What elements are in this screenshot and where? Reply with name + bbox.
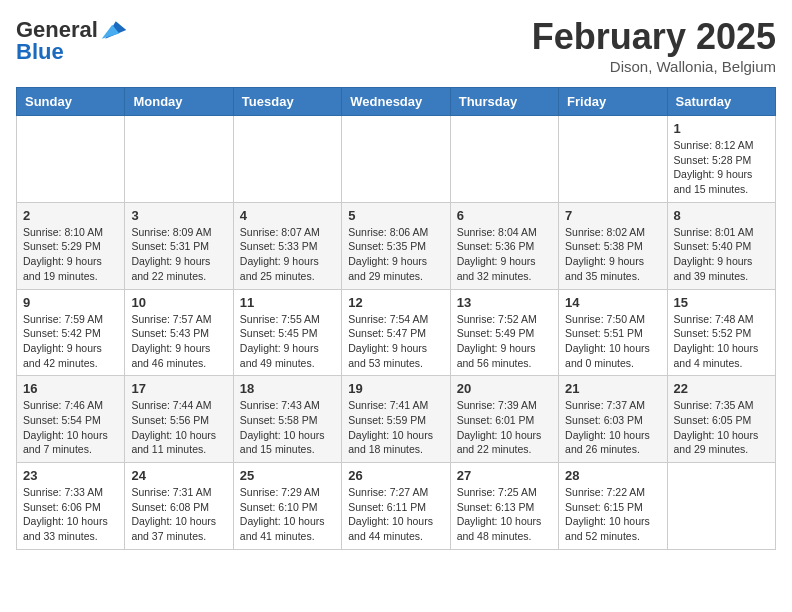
week-row-3: 9Sunrise: 7:59 AM Sunset: 5:42 PM Daylig… [17,289,776,376]
day-number: 26 [348,468,443,483]
calendar-subtitle: Dison, Wallonia, Belgium [532,58,776,75]
calendar-cell: 22Sunrise: 7:35 AM Sunset: 6:05 PM Dayli… [667,376,775,463]
day-info: Sunrise: 7:25 AM Sunset: 6:13 PM Dayligh… [457,486,542,542]
week-row-1: 1Sunrise: 8:12 AM Sunset: 5:28 PM Daylig… [17,116,776,203]
day-number: 13 [457,295,552,310]
calendar-cell: 15Sunrise: 7:48 AM Sunset: 5:52 PM Dayli… [667,289,775,376]
day-number: 16 [23,381,118,396]
calendar-cell: 27Sunrise: 7:25 AM Sunset: 6:13 PM Dayli… [450,463,558,550]
day-number: 11 [240,295,335,310]
day-info: Sunrise: 7:50 AM Sunset: 5:51 PM Dayligh… [565,313,650,369]
day-info: Sunrise: 7:22 AM Sunset: 6:15 PM Dayligh… [565,486,650,542]
day-number: 19 [348,381,443,396]
calendar-cell [342,116,450,203]
day-info: Sunrise: 8:06 AM Sunset: 5:35 PM Dayligh… [348,226,428,282]
day-number: 21 [565,381,660,396]
day-number: 17 [131,381,226,396]
day-number: 8 [674,208,769,223]
day-number: 12 [348,295,443,310]
day-number: 18 [240,381,335,396]
weekday-header-tuesday: Tuesday [233,88,341,116]
day-info: Sunrise: 8:10 AM Sunset: 5:29 PM Dayligh… [23,226,103,282]
day-info: Sunrise: 7:59 AM Sunset: 5:42 PM Dayligh… [23,313,103,369]
calendar-cell: 14Sunrise: 7:50 AM Sunset: 5:51 PM Dayli… [559,289,667,376]
day-number: 14 [565,295,660,310]
weekday-header-row: SundayMondayTuesdayWednesdayThursdayFrid… [17,88,776,116]
calendar-cell: 9Sunrise: 7:59 AM Sunset: 5:42 PM Daylig… [17,289,125,376]
calendar-cell [450,116,558,203]
week-row-4: 16Sunrise: 7:46 AM Sunset: 5:54 PM Dayli… [17,376,776,463]
calendar-cell: 18Sunrise: 7:43 AM Sunset: 5:58 PM Dayli… [233,376,341,463]
calendar-cell: 17Sunrise: 7:44 AM Sunset: 5:56 PM Dayli… [125,376,233,463]
calendar-cell: 28Sunrise: 7:22 AM Sunset: 6:15 PM Dayli… [559,463,667,550]
calendar-cell [125,116,233,203]
day-info: Sunrise: 8:02 AM Sunset: 5:38 PM Dayligh… [565,226,645,282]
calendar-cell [17,116,125,203]
day-number: 24 [131,468,226,483]
day-number: 9 [23,295,118,310]
calendar-cell: 26Sunrise: 7:27 AM Sunset: 6:11 PM Dayli… [342,463,450,550]
day-info: Sunrise: 8:09 AM Sunset: 5:31 PM Dayligh… [131,226,211,282]
day-info: Sunrise: 7:57 AM Sunset: 5:43 PM Dayligh… [131,313,211,369]
calendar-title: February 2025 [532,16,776,58]
day-info: Sunrise: 7:37 AM Sunset: 6:03 PM Dayligh… [565,399,650,455]
day-number: 28 [565,468,660,483]
day-number: 7 [565,208,660,223]
calendar-cell: 2Sunrise: 8:10 AM Sunset: 5:29 PM Daylig… [17,202,125,289]
day-number: 27 [457,468,552,483]
day-info: Sunrise: 7:48 AM Sunset: 5:52 PM Dayligh… [674,313,759,369]
day-info: Sunrise: 7:31 AM Sunset: 6:08 PM Dayligh… [131,486,216,542]
calendar-cell [667,463,775,550]
day-info: Sunrise: 7:41 AM Sunset: 5:59 PM Dayligh… [348,399,433,455]
day-info: Sunrise: 7:39 AM Sunset: 6:01 PM Dayligh… [457,399,542,455]
day-info: Sunrise: 7:35 AM Sunset: 6:05 PM Dayligh… [674,399,759,455]
calendar-cell: 20Sunrise: 7:39 AM Sunset: 6:01 PM Dayli… [450,376,558,463]
day-info: Sunrise: 7:55 AM Sunset: 5:45 PM Dayligh… [240,313,320,369]
weekday-header-friday: Friday [559,88,667,116]
calendar-cell: 5Sunrise: 8:06 AM Sunset: 5:35 PM Daylig… [342,202,450,289]
calendar-cell: 25Sunrise: 7:29 AM Sunset: 6:10 PM Dayli… [233,463,341,550]
calendar-cell: 3Sunrise: 8:09 AM Sunset: 5:31 PM Daylig… [125,202,233,289]
day-number: 23 [23,468,118,483]
calendar-cell: 21Sunrise: 7:37 AM Sunset: 6:03 PM Dayli… [559,376,667,463]
calendar-cell [233,116,341,203]
calendar-cell: 24Sunrise: 7:31 AM Sunset: 6:08 PM Dayli… [125,463,233,550]
day-info: Sunrise: 7:52 AM Sunset: 5:49 PM Dayligh… [457,313,537,369]
calendar-cell: 4Sunrise: 8:07 AM Sunset: 5:33 PM Daylig… [233,202,341,289]
day-number: 2 [23,208,118,223]
calendar-cell: 7Sunrise: 8:02 AM Sunset: 5:38 PM Daylig… [559,202,667,289]
day-info: Sunrise: 7:27 AM Sunset: 6:11 PM Dayligh… [348,486,433,542]
day-info: Sunrise: 8:12 AM Sunset: 5:28 PM Dayligh… [674,139,754,195]
day-info: Sunrise: 7:33 AM Sunset: 6:06 PM Dayligh… [23,486,108,542]
weekday-header-monday: Monday [125,88,233,116]
calendar-cell [559,116,667,203]
day-number: 10 [131,295,226,310]
weekday-header-wednesday: Wednesday [342,88,450,116]
calendar-cell: 11Sunrise: 7:55 AM Sunset: 5:45 PM Dayli… [233,289,341,376]
day-number: 22 [674,381,769,396]
day-number: 25 [240,468,335,483]
header: General Blue February 2025 Dison, Wallon… [16,16,776,75]
day-info: Sunrise: 7:43 AM Sunset: 5:58 PM Dayligh… [240,399,325,455]
calendar-cell: 13Sunrise: 7:52 AM Sunset: 5:49 PM Dayli… [450,289,558,376]
calendar-cell: 8Sunrise: 8:01 AM Sunset: 5:40 PM Daylig… [667,202,775,289]
calendar-table: SundayMondayTuesdayWednesdayThursdayFrid… [16,87,776,550]
day-number: 3 [131,208,226,223]
day-number: 15 [674,295,769,310]
day-number: 4 [240,208,335,223]
day-number: 20 [457,381,552,396]
day-info: Sunrise: 7:44 AM Sunset: 5:56 PM Dayligh… [131,399,216,455]
day-number: 5 [348,208,443,223]
calendar-cell: 12Sunrise: 7:54 AM Sunset: 5:47 PM Dayli… [342,289,450,376]
calendar-cell: 16Sunrise: 7:46 AM Sunset: 5:54 PM Dayli… [17,376,125,463]
day-number: 1 [674,121,769,136]
weekday-header-saturday: Saturday [667,88,775,116]
weekday-header-sunday: Sunday [17,88,125,116]
day-info: Sunrise: 7:29 AM Sunset: 6:10 PM Dayligh… [240,486,325,542]
day-info: Sunrise: 8:07 AM Sunset: 5:33 PM Dayligh… [240,226,320,282]
title-block: February 2025 Dison, Wallonia, Belgium [532,16,776,75]
weekday-header-thursday: Thursday [450,88,558,116]
day-info: Sunrise: 8:04 AM Sunset: 5:36 PM Dayligh… [457,226,537,282]
calendar-cell: 19Sunrise: 7:41 AM Sunset: 5:59 PM Dayli… [342,376,450,463]
calendar-cell: 10Sunrise: 7:57 AM Sunset: 5:43 PM Dayli… [125,289,233,376]
